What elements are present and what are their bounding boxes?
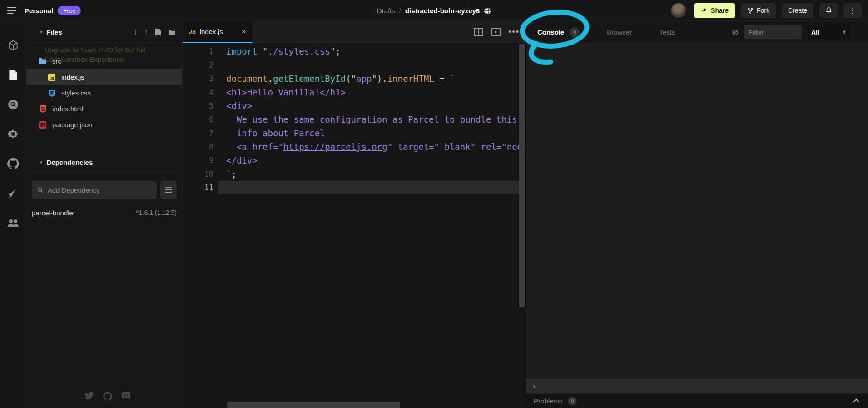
code-line-8: <a href="https://parceljs.org" target="_… [226, 140, 519, 154]
chevron-up-icon[interactable] [853, 399, 859, 405]
code-line-11 [226, 181, 519, 194]
line-number: 6 [183, 113, 213, 126]
console-prompt-icon: › [532, 382, 536, 391]
problems-count-badge: 0 [568, 397, 577, 406]
create-button[interactable]: Create [782, 3, 813, 18]
upload-icon[interactable]: ↑ [144, 28, 149, 37]
code-line-4: <h1>Hello Vanilla!</h1> [226, 85, 519, 99]
discord-icon[interactable] [121, 392, 131, 401]
menu-bars-icon [165, 186, 172, 194]
new-folder-icon[interactable] [168, 29, 176, 35]
workspace-name[interactable]: Personal [25, 7, 53, 15]
dependency-menu-button[interactable] [160, 181, 177, 199]
github-icon[interactable] [0, 149, 26, 178]
header-actions: Share Fork Create ⋮ [671, 3, 862, 18]
tab-label: index.js [200, 28, 223, 35]
log-level-value: All [811, 29, 819, 36]
line-number: 4 [183, 85, 213, 99]
add-dependency-field[interactable] [32, 181, 157, 199]
user-avatar[interactable] [671, 3, 686, 18]
dependencies-header[interactable]: ▾ Dependencies [26, 153, 182, 172]
notifications-button[interactable] [819, 3, 838, 18]
github-icon[interactable] [103, 392, 112, 401]
bell-icon [825, 6, 833, 15]
file-row-src[interactable]: src [26, 53, 182, 69]
split-view-icon[interactable] [474, 28, 483, 36]
files-panel-title: Files [47, 28, 62, 36]
line-number: 9 [183, 154, 213, 167]
sandbox-cube-icon[interactable] [0, 30, 26, 60]
console-controls: ⊘ All ▲▼ [732, 25, 850, 39]
editor-tab-bar: JS index.js × ••• [183, 21, 525, 43]
dependency-version: ^1.6.1 (1.12.5) [136, 209, 177, 216]
codesandbox-app: { "header": { "workspace": "Personal", "… [0, 0, 868, 408]
preview-icon[interactable] [491, 28, 501, 36]
svg-text:JS: JS [50, 76, 55, 80]
html-icon [39, 105, 47, 113]
plan-badge: Free [58, 6, 81, 15]
share-button[interactable]: Share [694, 3, 735, 18]
top-header: Personal Free Drafts / distracted-bohr-e… [0, 0, 868, 21]
globe-icon [484, 7, 491, 15]
dependency-list: parcel-bundler^1.6.1 (1.12.5) [32, 205, 177, 220]
file-row-index-html[interactable]: index.html [26, 101, 182, 117]
file-row-package-json[interactable]: package.json [26, 117, 182, 133]
tab-label: Tests [659, 28, 675, 36]
fork-button[interactable]: Fork [741, 3, 776, 18]
select-arrows-icon: ▲▼ [843, 30, 846, 35]
collapse-chevron-icon[interactable]: ▾ [40, 29, 43, 35]
folder-icon [39, 57, 47, 65]
files-panel-actions: ↓ ↑ [134, 28, 176, 37]
console-filter-input[interactable] [744, 25, 802, 39]
tab-browser[interactable]: Browser [607, 28, 632, 36]
problems-label: Problems [534, 397, 562, 405]
js-icon: JS [48, 73, 56, 81]
tab-label: Console [537, 28, 564, 36]
breadcrumb-parent[interactable]: Drafts [377, 7, 395, 15]
dependency-row[interactable]: parcel-bundler^1.6.1 (1.12.5) [32, 205, 177, 220]
editor-horizontal-scrollbar[interactable] [227, 402, 400, 408]
sandbox-title[interactable]: distracted-bohr-eyzey6 [405, 7, 480, 15]
log-level-select[interactable]: All ▲▼ [807, 25, 850, 39]
editor-vertical-scrollbar[interactable] [519, 44, 525, 307]
close-tab-icon[interactable]: × [242, 28, 246, 36]
code-area[interactable]: 1234567891011 import "./styles.css";docu… [183, 43, 525, 408]
more-actions-icon[interactable]: ••• [508, 27, 520, 37]
deployment-rocket-icon[interactable] [0, 178, 26, 208]
console-count-badge: 0 [570, 27, 580, 37]
more-options-button[interactable]: ⋮ [843, 3, 862, 18]
file-name: src [52, 57, 61, 65]
file-row-index-js[interactable]: JSindex.js [26, 69, 182, 85]
dependency-name: parcel-bundler [32, 209, 75, 217]
line-number: 8 [183, 140, 213, 154]
activity-rail [0, 21, 26, 408]
line-number: 2 [183, 58, 213, 72]
problems-bar[interactable]: Problems 0 [526, 393, 868, 408]
twitter-icon[interactable] [84, 392, 94, 401]
add-dependency-input[interactable] [48, 186, 151, 194]
tab-index-js[interactable]: JS index.js × [183, 21, 252, 43]
line-number: 7 [183, 126, 213, 140]
tab-console[interactable]: Console0 [537, 27, 580, 37]
search-icon[interactable] [0, 90, 26, 119]
live-users-icon[interactable] [0, 208, 26, 237]
breadcrumb-separator: / [399, 7, 401, 15]
file-tree: srcJSindex.jsstyles.cssindex.htmlpackage… [26, 53, 182, 133]
code-line-10: `; [226, 167, 519, 181]
new-file-icon[interactable] [155, 28, 161, 36]
npm-icon [39, 121, 47, 129]
collapse-chevron-icon[interactable]: ▾ [40, 159, 43, 165]
settings-gear-icon[interactable] [0, 119, 26, 149]
tab-tests[interactable]: Tests [659, 28, 675, 36]
download-icon[interactable]: ↓ [134, 28, 138, 37]
code-lines: import "./styles.css";document.getElemen… [226, 45, 519, 194]
file-name: index.html [52, 105, 83, 113]
console-input-row[interactable]: › [526, 378, 868, 393]
file-explorer-icon[interactable] [0, 60, 26, 90]
line-number: 1 [183, 45, 213, 58]
search-icon [37, 187, 44, 194]
console-output [526, 43, 868, 378]
clear-console-icon[interactable]: ⊘ [732, 27, 739, 37]
hamburger-menu-icon[interactable] [7, 7, 16, 14]
file-row-styles-css[interactable]: styles.css [26, 85, 182, 101]
